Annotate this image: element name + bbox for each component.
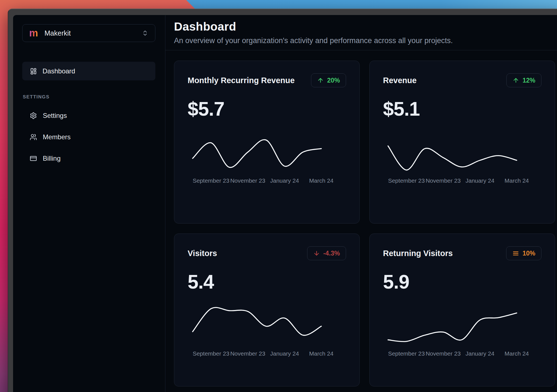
app-window: m Makerkit Dashboard SETTINGS Setti xyxy=(8,9,557,392)
trend-badge: -4.3% xyxy=(307,246,346,260)
sidebar-settings-list: Settings Members Billing xyxy=(22,109,155,165)
card-title: Returning Visitors xyxy=(383,249,453,258)
x-tick-label: January 24 xyxy=(270,177,299,184)
sparkline-chart: September 23 November 23 January 24 Marc… xyxy=(193,307,321,358)
x-tick-label: March 24 xyxy=(309,350,334,357)
x-tick-label: November 23 xyxy=(426,350,461,357)
sidebar: m Makerkit Dashboard SETTINGS Setti xyxy=(13,15,165,392)
sparkline-chart: September 23 November 23 January 24 Marc… xyxy=(388,307,517,358)
team-name: Makerkit xyxy=(44,29,71,37)
sidebar-item-billing[interactable]: Billing xyxy=(22,152,155,165)
layout-dashboard-icon xyxy=(30,68,37,75)
x-axis-labels: September 23 November 23 January 24 Marc… xyxy=(388,350,517,358)
sparkline-chart: September 23 November 23 January 24 Marc… xyxy=(193,134,321,185)
x-tick-label: March 24 xyxy=(504,350,529,357)
trend-badge: 10% xyxy=(506,246,541,260)
sidebar-item-label: Dashboard xyxy=(43,67,75,75)
x-tick-label: September 23 xyxy=(193,350,229,357)
card-monthly-recurring-revenue: Monthly Recurring Revenue 20% $5.7 xyxy=(174,61,360,224)
page-header: Dashboard An overview of your organizati… xyxy=(165,15,557,50)
trend-badge: 20% xyxy=(311,73,346,87)
arrow-up-icon xyxy=(513,77,519,84)
trend-flat-lines-icon xyxy=(512,250,519,257)
sidebar-item-label: Members xyxy=(43,133,71,141)
page-subtitle: An overview of your organization's activ… xyxy=(174,36,554,45)
credit-card-icon xyxy=(30,155,37,162)
x-tick-label: September 23 xyxy=(388,350,425,357)
card-returning-visitors: Returning Visitors 10% 5.9 xyxy=(369,234,555,386)
metric-cards-grid: Monthly Recurring Revenue 20% $5.7 xyxy=(165,50,557,386)
x-tick-label: March 24 xyxy=(309,177,334,184)
arrow-down-icon xyxy=(313,250,320,257)
trend-value: 10% xyxy=(523,250,535,257)
trend-value: 20% xyxy=(327,77,340,84)
page-title: Dashboard xyxy=(174,20,554,33)
x-tick-label: January 24 xyxy=(270,350,299,357)
metric-value: $5.7 xyxy=(188,98,346,120)
x-tick-label: November 23 xyxy=(230,350,265,357)
main-content: Dashboard An overview of your organizati… xyxy=(165,15,557,392)
x-tick-label: January 24 xyxy=(466,350,494,357)
sidebar-item-members[interactable]: Members xyxy=(22,130,155,144)
makerkit-logo: m xyxy=(29,28,38,38)
x-tick-label: September 23 xyxy=(193,177,229,184)
card-revenue: Revenue 12% $5.1 xyxy=(369,61,555,224)
gear-icon xyxy=(30,112,37,119)
sparkline-chart: September 23 November 23 January 24 Marc… xyxy=(388,134,517,185)
x-tick-label: March 24 xyxy=(504,177,529,184)
sidebar-item-label: Billing xyxy=(43,155,61,162)
x-axis-labels: September 23 November 23 January 24 Marc… xyxy=(388,177,517,185)
card-visitors: Visitors -4.3% 5.4 xyxy=(174,234,360,386)
team-selector-dropdown[interactable]: m Makerkit xyxy=(22,24,155,42)
x-tick-label: September 23 xyxy=(388,177,425,184)
sidebar-item-dashboard[interactable]: Dashboard xyxy=(22,62,155,80)
sidebar-item-label: Settings xyxy=(43,112,67,120)
arrow-up-icon xyxy=(317,77,324,84)
users-icon xyxy=(30,133,37,141)
x-axis-labels: September 23 November 23 January 24 Marc… xyxy=(193,177,321,185)
card-title: Visitors xyxy=(188,249,217,258)
card-title: Monthly Recurring Revenue xyxy=(188,76,295,85)
x-axis-labels: September 23 November 23 January 24 Marc… xyxy=(193,350,321,358)
metric-value: 5.9 xyxy=(383,271,541,293)
sidebar-item-settings[interactable]: Settings xyxy=(22,109,155,123)
x-tick-label: November 23 xyxy=(230,177,265,184)
trend-value: -4.3% xyxy=(323,250,340,257)
app-window-content: m Makerkit Dashboard SETTINGS Setti xyxy=(13,15,557,392)
card-title: Revenue xyxy=(383,76,417,85)
sidebar-section-label: SETTINGS xyxy=(22,94,155,100)
trend-value: 12% xyxy=(523,77,535,84)
metric-value: 5.4 xyxy=(188,271,346,293)
chevrons-up-down-icon xyxy=(142,30,148,36)
metric-value: $5.1 xyxy=(383,98,541,120)
x-tick-label: November 23 xyxy=(426,177,461,184)
x-tick-label: January 24 xyxy=(466,177,494,184)
trend-badge: 12% xyxy=(506,73,541,87)
